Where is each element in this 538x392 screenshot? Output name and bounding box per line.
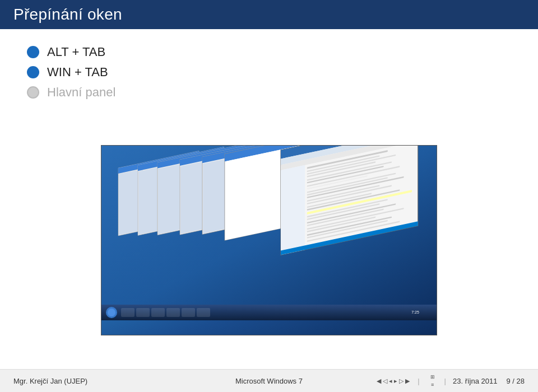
footer-icon-1[interactable]: ⊞ <box>428 373 438 381</box>
footer-title-text: Microsoft Windows 7 <box>235 377 303 385</box>
bullet-icon-outline <box>27 86 39 99</box>
nav-next-section-icon[interactable]: ▷ <box>399 377 404 385</box>
footer-author-text: Mgr. Krejčí Jan (UJEP) <box>13 377 87 385</box>
screenshot-area: 7:25 <box>27 116 511 369</box>
footer-icon-2[interactable]: ≡ <box>428 381 438 389</box>
footer-icons-group: ⊞ ≡ <box>428 373 438 389</box>
bullet-item-alt-tab: ALT + TAB <box>27 45 511 59</box>
bullet-icon-filled <box>27 46 39 58</box>
nav-next-icon[interactable]: ▸ <box>394 377 397 385</box>
footer-author: Mgr. Krejčí Jan (UJEP) <box>13 377 184 385</box>
nav-prev-section-icon[interactable]: ◁ <box>383 377 387 385</box>
svg-rect-62 <box>182 308 195 317</box>
bullet-icon-filled-2 <box>27 66 39 78</box>
svg-rect-58 <box>121 308 134 317</box>
nav-last-icon[interactable]: ▶ <box>405 377 410 385</box>
svg-point-57 <box>108 309 115 316</box>
svg-rect-61 <box>166 308 180 317</box>
nav-first-icon[interactable]: ◀ <box>377 377 381 385</box>
footer-bar: Mgr. Krejčí Jan (UJEP) Microsoft Windows… <box>0 369 538 392</box>
slide-title: Přepínání oken <box>13 6 525 24</box>
footer-right: ◀ ◁ ◂ ▸ ▷ ▶ | ⊞ ≡ | 23. října 2011 9 / 2… <box>354 373 525 389</box>
slide-header: Přepínání oken <box>0 0 538 29</box>
bullet-item-hlavni-panel: Hlavní panel <box>27 85 511 100</box>
footer-title: Microsoft Windows 7 <box>184 377 354 385</box>
svg-rect-60 <box>151 308 165 317</box>
footer-date: 23. října 2011 <box>453 377 498 385</box>
bullet-label-alt-tab: ALT + TAB <box>47 45 105 59</box>
nav-arrows[interactable]: ◀ ◁ ◂ ▸ ▷ ▶ <box>377 377 410 385</box>
bullet-label-win-tab: WIN + TAB <box>47 65 108 80</box>
nav-prev-icon[interactable]: ◂ <box>389 377 392 385</box>
flip3d-screenshot: 7:25 <box>101 145 437 335</box>
footer-page: 9 / 28 <box>506 377 525 385</box>
bullet-list: ALT + TAB WIN + TAB Hlavní panel <box>27 45 511 105</box>
slide-content: ALT + TAB WIN + TAB Hlavní panel <box>0 29 538 369</box>
svg-rect-63 <box>197 308 210 317</box>
svg-text:7:25: 7:25 <box>411 310 419 314</box>
svg-rect-28 <box>281 165 305 255</box>
bullet-label-hlavni-panel: Hlavní panel <box>47 85 115 100</box>
svg-rect-59 <box>136 308 150 317</box>
flip3d-svg: 7:25 <box>101 146 437 320</box>
bullet-item-win-tab: WIN + TAB <box>27 65 511 80</box>
